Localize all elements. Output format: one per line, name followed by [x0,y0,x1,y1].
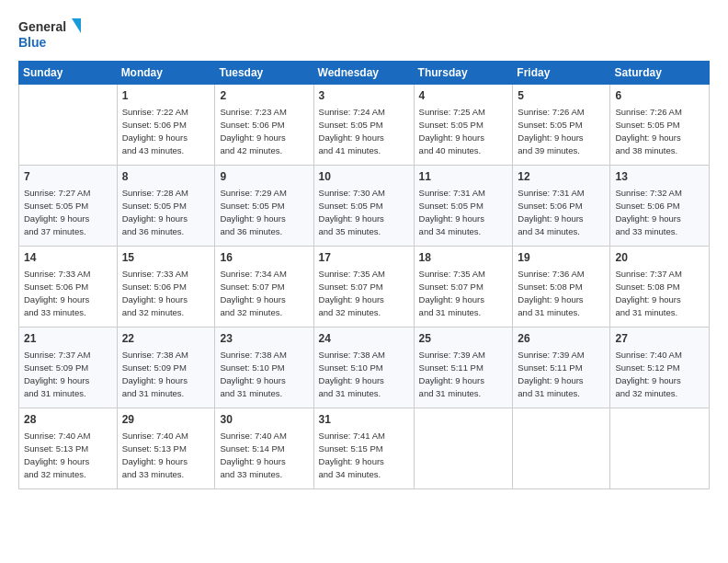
day-number: 27 [615,331,704,347]
day-info: Sunrise: 7:31 AM Sunset: 5:05 PM Dayligh… [419,188,485,236]
day-info: Sunrise: 7:28 AM Sunset: 5:05 PM Dayligh… [122,188,188,236]
day-number: 31 [319,412,409,428]
day-info: Sunrise: 7:25 AM Sunset: 5:05 PM Dayligh… [419,107,485,155]
day-info: Sunrise: 7:37 AM Sunset: 5:09 PM Dayligh… [24,350,90,398]
day-cell: 21Sunrise: 7:37 AM Sunset: 5:09 PM Dayli… [19,327,118,408]
svg-text:Blue: Blue [18,35,47,50]
day-cell: 18Sunrise: 7:35 AM Sunset: 5:07 PM Dayli… [414,247,513,327]
day-info: Sunrise: 7:39 AM Sunset: 5:11 PM Dayligh… [518,350,584,398]
day-info: Sunrise: 7:31 AM Sunset: 5:06 PM Dayligh… [518,188,584,236]
day-number: 5 [518,88,605,104]
day-cell: 2Sunrise: 7:23 AM Sunset: 5:06 PM Daylig… [215,85,313,166]
day-number: 23 [220,331,308,347]
day-info: Sunrise: 7:41 AM Sunset: 5:15 PM Dayligh… [319,431,385,479]
day-cell: 3Sunrise: 7:24 AM Sunset: 5:05 PM Daylig… [313,85,414,166]
day-cell: 7Sunrise: 7:27 AM Sunset: 5:05 PM Daylig… [19,166,118,247]
day-info: Sunrise: 7:27 AM Sunset: 5:05 PM Dayligh… [24,188,90,236]
day-info: Sunrise: 7:32 AM Sunset: 5:06 PM Dayligh… [615,188,681,236]
day-info: Sunrise: 7:29 AM Sunset: 5:05 PM Dayligh… [220,188,286,236]
day-info: Sunrise: 7:38 AM Sunset: 5:09 PM Dayligh… [122,350,188,398]
logo: GeneralBlue [18,17,83,52]
day-cell: 5Sunrise: 7:26 AM Sunset: 5:05 PM Daylig… [513,85,610,166]
week-row-3: 14Sunrise: 7:33 AM Sunset: 5:06 PM Dayli… [19,247,710,327]
day-info: Sunrise: 7:34 AM Sunset: 5:07 PM Dayligh… [220,269,286,317]
day-cell: 15Sunrise: 7:33 AM Sunset: 5:06 PM Dayli… [117,247,215,327]
day-number: 10 [319,169,409,185]
day-number: 14 [24,250,112,266]
day-info: Sunrise: 7:40 AM Sunset: 5:14 PM Dayligh… [220,431,286,479]
day-number: 18 [419,250,508,266]
day-number: 3 [319,88,409,104]
svg-text:General: General [18,19,66,34]
day-info: Sunrise: 7:23 AM Sunset: 5:06 PM Dayligh… [220,107,286,155]
calendar-table: SundayMondayTuesdayWednesdayThursdayFrid… [18,61,710,489]
day-number: 28 [24,412,112,428]
day-cell: 8Sunrise: 7:28 AM Sunset: 5:05 PM Daylig… [117,166,215,247]
day-cell: 13Sunrise: 7:32 AM Sunset: 5:06 PM Dayli… [610,166,710,247]
day-cell: 17Sunrise: 7:35 AM Sunset: 5:07 PM Dayli… [313,247,414,327]
col-header-tuesday: Tuesday [215,62,313,85]
day-info: Sunrise: 7:33 AM Sunset: 5:06 PM Dayligh… [24,269,90,317]
day-cell: 27Sunrise: 7:40 AM Sunset: 5:12 PM Dayli… [610,327,710,408]
day-cell: 26Sunrise: 7:39 AM Sunset: 5:11 PM Dayli… [513,327,610,408]
day-info: Sunrise: 7:40 AM Sunset: 5:13 PM Dayligh… [122,431,188,479]
col-header-friday: Friday [513,62,610,85]
day-number: 30 [220,412,308,428]
day-cell: 9Sunrise: 7:29 AM Sunset: 5:05 PM Daylig… [215,166,313,247]
col-header-wednesday: Wednesday [313,62,414,85]
day-number: 16 [220,250,308,266]
day-info: Sunrise: 7:36 AM Sunset: 5:08 PM Dayligh… [518,269,584,317]
day-cell: 16Sunrise: 7:34 AM Sunset: 5:07 PM Dayli… [215,247,313,327]
day-cell: 22Sunrise: 7:38 AM Sunset: 5:09 PM Dayli… [117,327,215,408]
week-row-4: 21Sunrise: 7:37 AM Sunset: 5:09 PM Dayli… [19,327,710,408]
day-cell: 28Sunrise: 7:40 AM Sunset: 5:13 PM Dayli… [19,408,118,489]
col-header-saturday: Saturday [610,62,710,85]
day-cell: 6Sunrise: 7:26 AM Sunset: 5:05 PM Daylig… [610,85,710,166]
calendar-body: 1Sunrise: 7:22 AM Sunset: 5:06 PM Daylig… [19,85,710,489]
day-number: 2 [220,88,308,104]
col-header-thursday: Thursday [414,62,513,85]
day-cell: 14Sunrise: 7:33 AM Sunset: 5:06 PM Dayli… [19,247,118,327]
day-cell: 1Sunrise: 7:22 AM Sunset: 5:06 PM Daylig… [117,85,215,166]
day-number: 22 [122,331,210,347]
day-cell: 30Sunrise: 7:40 AM Sunset: 5:14 PM Dayli… [215,408,313,489]
day-number: 20 [615,250,704,266]
logo-svg: GeneralBlue [18,17,83,52]
day-number: 26 [518,331,605,347]
day-cell: 23Sunrise: 7:38 AM Sunset: 5:10 PM Dayli… [215,327,313,408]
week-row-5: 28Sunrise: 7:40 AM Sunset: 5:13 PM Dayli… [19,408,710,489]
day-info: Sunrise: 7:24 AM Sunset: 5:05 PM Dayligh… [319,107,385,155]
day-number: 25 [419,331,508,347]
day-cell [513,408,610,489]
day-cell: 4Sunrise: 7:25 AM Sunset: 5:05 PM Daylig… [414,85,513,166]
day-cell: 11Sunrise: 7:31 AM Sunset: 5:05 PM Dayli… [414,166,513,247]
day-cell [610,408,710,489]
day-info: Sunrise: 7:22 AM Sunset: 5:06 PM Dayligh… [122,107,188,155]
day-info: Sunrise: 7:40 AM Sunset: 5:12 PM Dayligh… [615,350,681,398]
day-info: Sunrise: 7:35 AM Sunset: 5:07 PM Dayligh… [319,269,385,317]
day-cell: 19Sunrise: 7:36 AM Sunset: 5:08 PM Dayli… [513,247,610,327]
day-number: 19 [518,250,605,266]
day-number: 29 [122,412,210,428]
day-info: Sunrise: 7:39 AM Sunset: 5:11 PM Dayligh… [419,350,485,398]
day-number: 4 [419,88,508,104]
day-info: Sunrise: 7:37 AM Sunset: 5:08 PM Dayligh… [615,269,681,317]
day-cell [414,408,513,489]
day-cell: 20Sunrise: 7:37 AM Sunset: 5:08 PM Dayli… [610,247,710,327]
day-number: 24 [319,331,409,347]
svg-marker-2 [72,18,81,33]
col-header-monday: Monday [117,62,215,85]
header-row: SundayMondayTuesdayWednesdayThursdayFrid… [19,62,710,85]
day-number: 11 [419,169,508,185]
week-row-2: 7Sunrise: 7:27 AM Sunset: 5:05 PM Daylig… [19,166,710,247]
day-number: 7 [24,169,112,185]
day-info: Sunrise: 7:35 AM Sunset: 5:07 PM Dayligh… [419,269,485,317]
day-cell: 10Sunrise: 7:30 AM Sunset: 5:05 PM Dayli… [313,166,414,247]
day-number: 17 [319,250,409,266]
page: GeneralBlue SundayMondayTuesdayWednesday… [0,0,728,563]
calendar-header: SundayMondayTuesdayWednesdayThursdayFrid… [19,62,710,85]
day-cell: 29Sunrise: 7:40 AM Sunset: 5:13 PM Dayli… [117,408,215,489]
day-cell [19,85,118,166]
week-row-1: 1Sunrise: 7:22 AM Sunset: 5:06 PM Daylig… [19,85,710,166]
day-info: Sunrise: 7:40 AM Sunset: 5:13 PM Dayligh… [24,431,90,479]
